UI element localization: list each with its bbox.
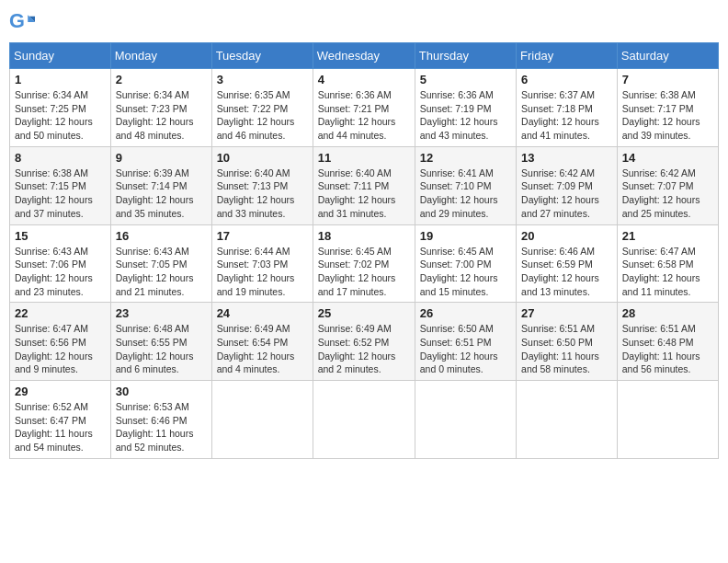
day-number: 8 — [15, 151, 106, 165]
day-number: 6 — [521, 73, 612, 86]
calendar-cell: 7Sunrise: 6:38 AMSunset: 7:17 PMDaylight… — [617, 69, 718, 147]
day-info: Sunrise: 6:53 AMSunset: 6:46 PMDaylight:… — [116, 400, 207, 454]
day-info: Sunrise: 6:47 AMSunset: 6:56 PMDaylight:… — [15, 322, 106, 376]
calendar-week-5: 29Sunrise: 6:52 AMSunset: 6:47 PMDayligh… — [10, 381, 719, 459]
calendar-cell: 18Sunrise: 6:45 AMSunset: 7:02 PMDayligh… — [313, 224, 415, 303]
calendar-cell — [211, 381, 313, 459]
day-number: 16 — [116, 229, 207, 243]
day-info: Sunrise: 6:37 AMSunset: 7:18 PMDaylight:… — [521, 88, 612, 143]
day-number: 14 — [622, 151, 713, 165]
calendar-cell: 14Sunrise: 6:42 AMSunset: 7:07 PMDayligh… — [617, 146, 718, 224]
calendar-cell: 29Sunrise: 6:52 AMSunset: 6:47 PMDayligh… — [10, 381, 111, 459]
page-header: G — [9, 9, 719, 35]
calendar-cell: 24Sunrise: 6:49 AMSunset: 6:54 PMDayligh… — [211, 303, 313, 381]
day-number: 12 — [420, 151, 511, 165]
day-number: 19 — [420, 229, 511, 243]
day-number: 1 — [15, 73, 106, 86]
day-number: 2 — [116, 73, 207, 86]
day-info: Sunrise: 6:52 AMSunset: 6:47 PMDaylight:… — [15, 400, 106, 454]
calendar-header-monday: Monday — [110, 43, 211, 69]
day-info: Sunrise: 6:40 AMSunset: 7:11 PMDaylight:… — [318, 167, 410, 221]
day-info: Sunrise: 6:43 AMSunset: 7:05 PMDaylight:… — [116, 245, 207, 299]
day-info: Sunrise: 6:39 AMSunset: 7:14 PMDaylight:… — [116, 167, 207, 221]
calendar-cell — [415, 381, 516, 459]
calendar-cell: 4Sunrise: 6:36 AMSunset: 7:21 PMDaylight… — [313, 69, 415, 147]
day-number: 4 — [318, 73, 410, 86]
day-info: Sunrise: 6:36 AMSunset: 7:21 PMDaylight:… — [318, 88, 410, 143]
day-info: Sunrise: 6:38 AMSunset: 7:15 PMDaylight:… — [15, 167, 106, 221]
day-number: 30 — [116, 385, 207, 398]
day-info: Sunrise: 6:45 AMSunset: 7:02 PMDaylight:… — [318, 245, 410, 299]
day-number: 9 — [116, 151, 207, 165]
calendar-cell: 16Sunrise: 6:43 AMSunset: 7:05 PMDayligh… — [110, 224, 211, 303]
day-number: 22 — [15, 306, 106, 320]
day-info: Sunrise: 6:51 AMSunset: 6:48 PMDaylight:… — [622, 322, 713, 376]
day-info: Sunrise: 6:50 AMSunset: 6:51 PMDaylight:… — [420, 322, 511, 376]
day-info: Sunrise: 6:46 AMSunset: 6:59 PMDaylight:… — [521, 245, 612, 299]
day-info: Sunrise: 6:36 AMSunset: 7:19 PMDaylight:… — [420, 88, 511, 143]
svg-text:G: G — [9, 9, 25, 32]
calendar-week-1: 1Sunrise: 6:34 AMSunset: 7:25 PMDaylight… — [10, 69, 719, 147]
day-number: 13 — [521, 151, 612, 165]
calendar-cell: 11Sunrise: 6:40 AMSunset: 7:11 PMDayligh… — [313, 146, 415, 224]
calendar-cell: 19Sunrise: 6:45 AMSunset: 7:00 PMDayligh… — [415, 224, 516, 303]
day-number: 21 — [622, 229, 713, 243]
calendar-body: 1Sunrise: 6:34 AMSunset: 7:25 PMDaylight… — [10, 69, 719, 459]
day-info: Sunrise: 6:34 AMSunset: 7:25 PMDaylight:… — [15, 88, 106, 143]
day-info: Sunrise: 6:41 AMSunset: 7:10 PMDaylight:… — [420, 167, 511, 221]
calendar-cell: 13Sunrise: 6:42 AMSunset: 7:09 PMDayligh… — [517, 146, 618, 224]
calendar-cell: 9Sunrise: 6:39 AMSunset: 7:14 PMDaylight… — [110, 146, 211, 224]
calendar-header-wednesday: Wednesday — [313, 43, 415, 69]
day-info: Sunrise: 6:43 AMSunset: 7:06 PMDaylight:… — [15, 245, 106, 299]
calendar-cell: 6Sunrise: 6:37 AMSunset: 7:18 PMDaylight… — [517, 69, 618, 147]
calendar-cell: 1Sunrise: 6:34 AMSunset: 7:25 PMDaylight… — [10, 69, 111, 147]
day-info: Sunrise: 6:40 AMSunset: 7:13 PMDaylight:… — [217, 167, 308, 221]
calendar-header-friday: Friday — [517, 43, 618, 69]
day-number: 27 — [521, 306, 612, 320]
day-number: 24 — [217, 306, 308, 320]
calendar-cell: 10Sunrise: 6:40 AMSunset: 7:13 PMDayligh… — [211, 146, 313, 224]
day-number: 20 — [521, 229, 612, 243]
calendar-cell: 22Sunrise: 6:47 AMSunset: 6:56 PMDayligh… — [10, 303, 111, 381]
day-info: Sunrise: 6:42 AMSunset: 7:07 PMDaylight:… — [622, 167, 713, 221]
day-number: 23 — [116, 306, 207, 320]
day-number: 10 — [217, 151, 308, 165]
calendar-header-tuesday: Tuesday — [211, 43, 313, 69]
day-number: 11 — [318, 151, 410, 165]
day-info: Sunrise: 6:49 AMSunset: 6:54 PMDaylight:… — [217, 322, 308, 376]
calendar-cell: 8Sunrise: 6:38 AMSunset: 7:15 PMDaylight… — [10, 146, 111, 224]
day-info: Sunrise: 6:51 AMSunset: 6:50 PMDaylight:… — [521, 322, 612, 376]
calendar-cell: 26Sunrise: 6:50 AMSunset: 6:51 PMDayligh… — [415, 303, 516, 381]
calendar-week-2: 8Sunrise: 6:38 AMSunset: 7:15 PMDaylight… — [10, 146, 719, 224]
calendar-cell: 3Sunrise: 6:35 AMSunset: 7:22 PMDaylight… — [211, 69, 313, 147]
calendar-header: SundayMondayTuesdayWednesdayThursdayFrid… — [10, 43, 719, 69]
day-number: 25 — [318, 306, 410, 320]
calendar-cell: 12Sunrise: 6:41 AMSunset: 7:10 PMDayligh… — [415, 146, 516, 224]
calendar-cell: 5Sunrise: 6:36 AMSunset: 7:19 PMDaylight… — [415, 69, 516, 147]
day-number: 7 — [622, 73, 713, 86]
calendar-cell: 20Sunrise: 6:46 AMSunset: 6:59 PMDayligh… — [517, 224, 618, 303]
day-info: Sunrise: 6:49 AMSunset: 6:52 PMDaylight:… — [318, 322, 410, 376]
calendar-cell: 23Sunrise: 6:48 AMSunset: 6:55 PMDayligh… — [110, 303, 211, 381]
day-number: 17 — [217, 229, 308, 243]
day-number: 5 — [420, 73, 511, 86]
logo-icon: G — [9, 9, 35, 35]
calendar-week-3: 15Sunrise: 6:43 AMSunset: 7:06 PMDayligh… — [10, 224, 719, 303]
day-number: 28 — [622, 306, 713, 320]
calendar-cell: 30Sunrise: 6:53 AMSunset: 6:46 PMDayligh… — [110, 381, 211, 459]
calendar-cell: 25Sunrise: 6:49 AMSunset: 6:52 PMDayligh… — [313, 303, 415, 381]
calendar-cell — [313, 381, 415, 459]
calendar-cell — [517, 381, 618, 459]
calendar-cell: 21Sunrise: 6:47 AMSunset: 6:58 PMDayligh… — [617, 224, 718, 303]
day-info: Sunrise: 6:47 AMSunset: 6:58 PMDaylight:… — [622, 245, 713, 299]
logo: G — [9, 9, 39, 35]
calendar-cell: 15Sunrise: 6:43 AMSunset: 7:06 PMDayligh… — [10, 224, 111, 303]
calendar-table: SundayMondayTuesdayWednesdayThursdayFrid… — [9, 42, 719, 459]
day-info: Sunrise: 6:34 AMSunset: 7:23 PMDaylight:… — [116, 88, 207, 143]
calendar-cell: 28Sunrise: 6:51 AMSunset: 6:48 PMDayligh… — [617, 303, 718, 381]
day-info: Sunrise: 6:45 AMSunset: 7:00 PMDaylight:… — [420, 245, 511, 299]
calendar-header-thursday: Thursday — [415, 43, 516, 69]
calendar-cell — [617, 381, 718, 459]
day-info: Sunrise: 6:35 AMSunset: 7:22 PMDaylight:… — [217, 88, 308, 143]
day-info: Sunrise: 6:48 AMSunset: 6:55 PMDaylight:… — [116, 322, 207, 376]
